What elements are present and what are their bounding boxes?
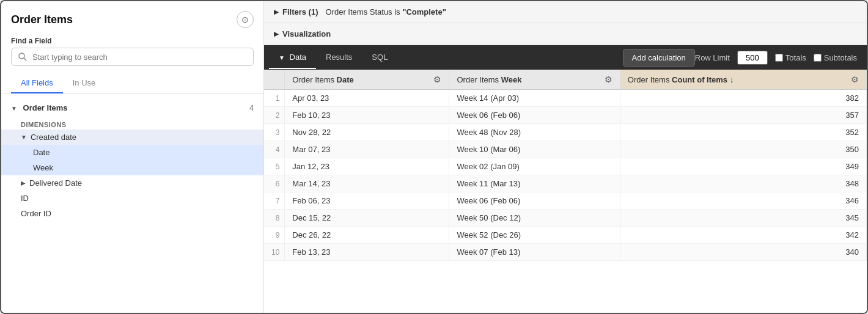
cell-week: Week 07 (Feb 13): [449, 244, 620, 261]
toolbar-tab-sql[interactable]: SQL: [362, 46, 397, 69]
viz-arrow: ▶: [274, 31, 279, 37]
left-panel: Order Items ⊙ Find a Field All Fields In…: [1, 1, 264, 313]
tab-in-use[interactable]: In Use: [63, 73, 106, 93]
cell-row-num: 5: [264, 158, 285, 175]
gear-icon-week[interactable]: ⚙: [605, 75, 612, 84]
data-toolbar: ▼ Data Results SQL Add calculation Row L…: [264, 45, 867, 70]
cell-date: Dec 26, 22: [285, 227, 449, 244]
tree-subitem-week[interactable]: Week: [1, 160, 263, 175]
cell-row-num: 7: [264, 192, 285, 210]
left-header: Order Items ⊙: [1, 1, 263, 33]
cell-week: Week 52 (Dec 26): [449, 227, 620, 244]
id-label: ID: [21, 194, 29, 203]
row-limit-input[interactable]: [737, 51, 768, 65]
cell-count: 349: [620, 158, 866, 175]
order-id-label: Order ID: [21, 209, 51, 218]
tree-group-order-items[interactable]: ▼ row-num Order Items 4: [1, 98, 263, 117]
tree-item-created-date[interactable]: ▼ Created date: [1, 130, 263, 145]
cell-count: 352: [620, 124, 866, 141]
app-container: Order Items ⊙ Find a Field All Fields In…: [0, 0, 868, 314]
group-arrow: ▼: [11, 105, 17, 112]
table-row: 8 Dec 15, 22 Week 50 (Dec 12) 345: [264, 210, 867, 227]
tree-subitem-date[interactable]: Date: [1, 145, 263, 160]
cell-date: Feb 13, 23: [285, 244, 449, 261]
filter-arrow: ▶: [274, 9, 279, 15]
tree-item-id[interactable]: ID: [1, 191, 263, 206]
search-input[interactable]: [32, 53, 247, 62]
cell-date: Nov 28, 22: [285, 124, 449, 141]
toolbar-right: Row Limit Totals Subtotals: [695, 51, 862, 65]
cell-count: 346: [620, 192, 866, 210]
cell-week: Week 10 (Mar 06): [449, 141, 620, 158]
cell-date: Feb 06, 23: [285, 192, 449, 210]
cell-week: Week 14 (Apr 03): [449, 90, 620, 107]
svg-line-1: [24, 58, 26, 60]
totals-checkbox[interactable]: [775, 54, 783, 62]
cell-row-num: 4: [264, 141, 285, 158]
subtotals-checkbox[interactable]: [814, 54, 822, 62]
table-row: 2 Feb 10, 23 Week 06 (Feb 06) 357: [264, 107, 867, 124]
cell-count: 345: [620, 210, 866, 227]
table-row: 1 Apr 03, 23 Week 14 (Apr 03) 382: [264, 90, 867, 107]
cell-date: Mar 07, 23: [285, 141, 449, 158]
th-week[interactable]: Order Items Week ⚙: [449, 70, 620, 90]
created-date-label: Created date: [31, 133, 76, 142]
tab-all-fields[interactable]: All Fields: [11, 73, 63, 93]
add-calculation-button[interactable]: Add calculation: [623, 49, 695, 67]
data-tab-arrow: ▼: [279, 54, 285, 61]
created-date-arrow: ▼: [21, 134, 27, 141]
gear-icon-count[interactable]: ⚙: [851, 75, 859, 84]
table-body: 1 Apr 03, 23 Week 14 (Apr 03) 382 2 Feb …: [264, 90, 867, 261]
data-table: Order Items Date ⚙ Order Items Week ⚙: [264, 70, 867, 261]
table-row: 3 Nov 28, 22 Week 48 (Nov 28) 352: [264, 124, 867, 141]
cell-count: 350: [620, 141, 866, 158]
cell-row-num: 1: [264, 90, 285, 107]
cell-count: 348: [620, 175, 866, 192]
table-row: 4 Mar 07, 23 Week 10 (Mar 06) 350: [264, 141, 867, 158]
search-icon: [18, 52, 28, 62]
find-field-label: Find a Field: [1, 33, 263, 48]
cell-week: Week 06 (Feb 06): [449, 107, 620, 124]
cell-count: 357: [620, 107, 866, 124]
cell-date: Jan 12, 23: [285, 158, 449, 175]
th-date[interactable]: Order Items Date ⚙: [285, 70, 449, 90]
cell-row-num: 2: [264, 107, 285, 124]
delivered-date-label: Delivered Date: [29, 178, 82, 188]
search-box: [11, 48, 254, 66]
subtotals-checkbox-label[interactable]: Subtotals: [814, 53, 857, 62]
cell-week: Week 11 (Mar 13): [449, 175, 620, 192]
cell-count: 340: [620, 244, 866, 261]
viz-bar[interactable]: ▶ Visualization: [264, 23, 867, 45]
table-row: 9 Dec 26, 22 Week 52 (Dec 26) 342: [264, 227, 867, 244]
totals-checkbox-label[interactable]: Totals: [775, 53, 806, 62]
cell-week: Week 02 (Jan 09): [449, 158, 620, 175]
gear-icon-date[interactable]: ⚙: [433, 75, 441, 84]
table-row: 7 Feb 06, 23 Week 06 (Feb 06) 346: [264, 192, 867, 210]
cell-row-num: 3: [264, 124, 285, 141]
table-row: 5 Jan 12, 23 Week 02 (Jan 09) 349: [264, 158, 867, 175]
cell-date: Apr 03, 23: [285, 90, 449, 107]
section-dimensions: DIMENSIONS ▼ Created date Date Week ▶ De…: [1, 117, 263, 221]
filter-toggle[interactable]: ▶ Filters (1): [274, 7, 318, 16]
cell-row-num: 8: [264, 210, 285, 227]
toolbar-tab-data[interactable]: ▼ Data: [269, 46, 316, 69]
cell-date: Feb 10, 23: [285, 107, 449, 124]
th-count[interactable]: Order Items Count of Items ↓ ⚙: [620, 70, 866, 90]
cell-date: Mar 14, 23: [285, 175, 449, 192]
cell-row-num: 10: [264, 244, 285, 261]
data-table-wrapper: Order Items Date ⚙ Order Items Week ⚙: [264, 70, 867, 313]
group-count: 4: [249, 104, 254, 112]
collapse-button[interactable]: ⊙: [237, 11, 254, 28]
viz-label: Visualization: [282, 29, 331, 38]
toolbar-tab-results[interactable]: Results: [316, 46, 362, 69]
delivered-date-arrow: ▶: [21, 180, 26, 186]
tree-item-order-id[interactable]: Order ID: [1, 206, 263, 221]
th-row-num: [264, 70, 285, 90]
filter-toggle-label: Filters (1): [282, 7, 318, 16]
cell-week: Week 50 (Dec 12): [449, 210, 620, 227]
tree-item-delivered-date[interactable]: ▶ Delivered Date: [1, 175, 263, 191]
filter-bar: ▶ Filters (1) Order Items Status is "Com…: [264, 1, 867, 23]
row-limit-label: Row Limit: [695, 53, 730, 62]
right-panel: ▶ Filters (1) Order Items Status is "Com…: [264, 1, 867, 313]
page-title: Order Items: [11, 13, 73, 26]
